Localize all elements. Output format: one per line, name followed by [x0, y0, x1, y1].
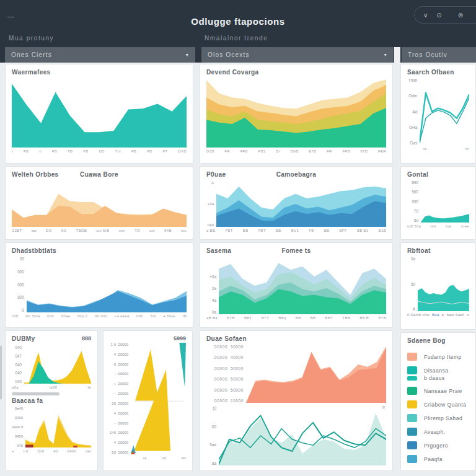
tick-label: TB	[68, 149, 73, 153]
settings-icon[interactable]: ⊜	[458, 12, 463, 19]
tick-label: BBT	[244, 316, 252, 320]
tick-label: BFF	[340, 229, 347, 232]
legend-item[interactable]: Nansaae Praw	[407, 387, 469, 395]
tick-label: 6TB	[360, 149, 368, 153]
x-axis-ticks: IVBDlr 50ta00050ae50q 000 000i-a aaaa000…	[12, 312, 187, 318]
y-axis-ticks: TmmOdmAdOHaGas	[407, 78, 420, 145]
chart-title: Rbftoat	[407, 247, 469, 254]
legend-item[interactable]: Prgugero	[407, 441, 469, 449]
chevron-down-icon[interactable]: ∨	[423, 12, 428, 19]
tick-label: 50 20000	[110, 451, 128, 454]
legend-item[interactable]: Fudamp Itemp	[407, 353, 469, 361]
dropdown-value: Ones Cierts	[11, 51, 52, 58]
chart-title: Saarch Ofbaen	[407, 69, 469, 76]
tick-label: FBT	[225, 229, 232, 232]
tick-label: D2B	[206, 149, 214, 153]
legend-item[interactable]: Avaaph.	[407, 428, 469, 436]
legend-label: Paaqfa	[424, 456, 443, 462]
small-teal-area-chart	[421, 180, 469, 223]
card-blue-stacked-area: P0uae Camoebagra A+0a0a0 a BBFBTBBFBTBBB…	[200, 166, 393, 240]
card-teal-band: Rbftoat 0a50A 0 Samb offaBuasbaw Sawlo	[400, 242, 476, 330]
legend-item[interactable]: Criabew Quanta	[407, 400, 469, 408]
legend-swatch-icon	[407, 428, 417, 436]
green-blue-stacked-chart	[219, 257, 386, 314]
card-small-teal-area: Gontal 8905600907050 odf 50atmttnarnee	[400, 166, 476, 240]
x-axis-ticks: odf 50atmttnarnee	[407, 223, 469, 228]
card-yellow-spikes: DUBMy 888 040047040040040 a0ata08fa Baac…	[5, 330, 98, 471]
tick-label: 00000 50000	[206, 388, 244, 392]
y-axis-ticks: 8905600907050	[407, 180, 421, 223]
legend-item[interactable]: Paaqfa	[407, 455, 469, 463]
x-axis-ticks: aB BaBTBBBTBTTBBqBBBBBBTTBBBB BBTB	[206, 314, 386, 320]
dropdown-value: Tros Ocutiv	[408, 51, 447, 58]
tick-label: DO	[46, 229, 52, 232]
legend-item[interactable]: Pliremp Sabad	[407, 414, 469, 422]
legend-swatch-icon	[407, 366, 417, 374]
tick-label: + 20000	[110, 382, 128, 386]
tick-label: 040	[12, 379, 22, 384]
yellow-spike-chart-1	[24, 345, 91, 384]
corner-label: a	[382, 405, 385, 409]
tick-label: TBOB	[76, 229, 87, 232]
tick-label: BB	[296, 316, 301, 320]
tick-label: a0a	[12, 386, 19, 389]
filter-label-right: Nmalalnor trende	[205, 35, 268, 42]
legend-item[interactable]: Disaansa	[407, 366, 469, 374]
legend-label: Pliremp Sabad	[424, 415, 462, 421]
legend-swatch-icon	[407, 441, 417, 449]
tick-label: FT	[162, 149, 167, 153]
tick-label: FBT	[258, 229, 266, 232]
y-axis-ticks: A+0a0a0	[206, 181, 216, 227]
tick-label: +	[12, 449, 14, 453]
tick-label: +0a	[206, 202, 214, 206]
tick-label: BB	[324, 229, 330, 232]
tick-label: 4 20000	[110, 441, 128, 444]
chart-title: Dhadstbbtlats	[12, 247, 187, 254]
chart-title: Waermafees	[12, 69, 187, 76]
tick-label: C2BT	[12, 229, 22, 232]
dropdown-metric[interactable]: Olos Ocexts ▾	[201, 47, 394, 63]
tick-label: BTB	[378, 316, 386, 320]
legend-swatch-icon	[407, 353, 417, 361]
tick-label: 000	[12, 270, 24, 274]
tick-label: ta08	[49, 386, 57, 389]
dropdown-chart-type[interactable]: Ones Cierts ▾	[5, 47, 195, 63]
legend-label: Criabew Quanta	[424, 402, 466, 408]
tick-label: BTB	[227, 316, 235, 320]
tick-label: FB	[309, 229, 314, 232]
tick-label: t	[12, 149, 13, 153]
chart-title: Devend Covarga	[206, 69, 386, 76]
x-axis-ticks: tabr	[407, 145, 469, 151]
tick-label: 00	[162, 456, 166, 460]
chevron-down-icon: ▾	[384, 52, 387, 58]
tick-label: 0aa	[206, 443, 216, 447]
card-legend: Sdaene Bog Fudamp ItempDisaansab daausNa…	[400, 332, 476, 471]
legend-item[interactable]: b daaus	[407, 375, 469, 381]
chart-title: DUBMy	[12, 335, 35, 342]
tick-label: 040	[12, 371, 22, 375]
legend-swatch-icon	[407, 387, 417, 395]
chart-title: Baacaa fa	[12, 397, 91, 404]
tick-label: BB	[243, 229, 249, 232]
tick-label: FR	[224, 149, 230, 153]
stacked-area-chart	[206, 78, 386, 148]
tick-label: A	[407, 307, 415, 311]
tick-label: baw Sawl	[447, 313, 464, 317]
coral-area-chart	[246, 345, 386, 403]
tick-label: FB	[147, 149, 152, 153]
tick-label: (0	[206, 406, 216, 410]
app-header: — Odlugge ftapocions ∨ ⊙ ⊜ Mua protuny N…	[0, 0, 476, 63]
legend-swatch-icon	[407, 376, 417, 381]
tick-label: FB1	[258, 149, 266, 153]
tick-label: 40	[53, 449, 58, 453]
target-icon[interactable]: ⊙	[436, 12, 441, 19]
horizontal-scrollbar[interactable]	[12, 392, 60, 395]
tick-label: 00000 50000	[206, 377, 244, 381]
header-actions-pill[interactable]: ∨ ⊙ ⊜	[414, 6, 476, 24]
tick-label: Bua	[432, 313, 439, 317]
dropdown-value: Olos Ocexts	[208, 51, 250, 58]
dropdown-period[interactable]: Tros Ocutiv	[402, 47, 476, 63]
legend-label: Disaansa	[424, 368, 448, 374]
tick-label: 20 20000	[110, 402, 128, 405]
tick-label: 0400	[12, 416, 23, 420]
